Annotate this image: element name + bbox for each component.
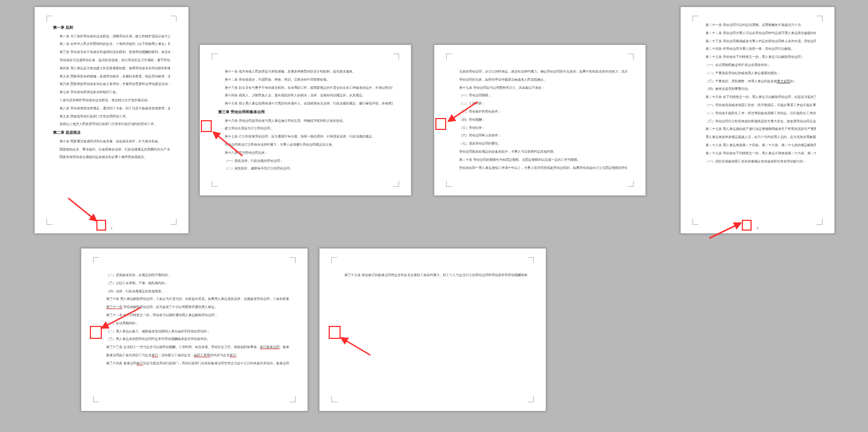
article-27: 第二十七条 用人单位濒临破产进行法定整顿期间或者生产经营状况发生严重困难，确需裁… <box>699 126 816 132</box>
article-26a: （一）劳动者患病或者非因工负伤，医疗期满后，不能从事原工作也不能从事由用人单位另… <box>699 102 816 108</box>
article-18c: 无效的劳动合同，从订立的时候起，就没有法律约束力。确认劳动合同部分无效的，如果不… <box>453 69 627 75</box>
article-6: 第六条 国家鼓励劳动者参加社会义务劳动，开展劳动竞赛和合理化建议活动，鼓励和保护… <box>53 81 170 87</box>
article-21: 第二十一条 劳动合同可以约定试用期。试用期最长不得超过六个月。 <box>699 22 816 28</box>
article-14: 第十四条 残疾人、少数民族人员、退出现役的军人的就业，法律、法规有特别规定的，从… <box>218 93 393 99</box>
page-2: 第十一条 地方各级人民政府应当采取措施，发展多种类型的职业介绍机构，提供就业服务… <box>199 44 412 196</box>
article-3: 第三条 劳动者享有平等就业和选择职业的权利、取得劳动报酬的权利、休息休假的权利、… <box>53 49 170 55</box>
article-35: 第三十五条 依法签订的集体合同对企业和企业全体职工具有约束力。职工个人与企业订立… <box>338 272 527 278</box>
article-5: 第五条 国家采取各种措施，促进劳动就业，发展职业教育，制定劳动标准，调节社会收入… <box>53 74 170 80</box>
article-9: 第九条 国务院劳动行政部门主管全国劳动工作。 <box>53 114 170 120</box>
article-30: 第三十条 用人单位解除劳动合同，工会认为不适当的，有权提出意见。如果用人单位违反… <box>100 296 289 302</box>
article-19c: （三）劳动保护和劳动条件； <box>453 109 627 115</box>
article-10: 第十条 国家通过促进经济和社会发展，创造就业条件，扩大就业机会。 <box>53 139 170 145</box>
article-25c: （三）严重失职，营私舞弊，对用人单位利益造成重大损害的； <box>699 78 816 84</box>
article-32: 第三十二条 有下列情形之一的，劳动者可以随时通知用人单位解除劳动合同： <box>100 312 289 318</box>
article-34: 第三十四条 集体合同签订后应当报送劳动行政部门；劳动行政部门自收到集体合同文本之… <box>100 361 289 366</box>
article-26c: （三）劳动合同订立时所依据的客观情况发生重大变化，致使原劳动合同无法履行，经当事… <box>699 119 816 125</box>
article-24: 第二十四条 经劳动合同当事人协商一致，劳动合同可以解除。 <box>699 46 816 52</box>
article-23: 第二十三条 劳动合同期满或者当事人约定的劳动合同终止条件出现，劳动合同即行终止。 <box>699 38 816 44</box>
page-number-1: 1 <box>110 226 113 230</box>
page-1: 第一章 总则 第一条 为了保护劳动者的合法权益，调整劳动关系，建立和维护适应社会… <box>34 6 189 234</box>
article-19b: （二）工作内容； <box>453 101 627 107</box>
article-25d: （四）被依法追究刑事责任的。 <box>699 86 816 92</box>
article-19g: （七）违反劳动合同的责任。 <box>453 141 627 147</box>
article-25b: （二）严重违反劳动纪律或者用人单位规章制度的； <box>699 70 816 76</box>
article-19h: 劳动合同除前款规定的必备条款外，当事人可以协商约定其他内容。 <box>453 149 627 155</box>
article-20: 第二十条 劳动合同的期限分为有固定期限、无固定期限和以完成一定的工作为期限。 <box>453 157 627 163</box>
article-29a: （一）患职业病或者因工负伤并被确认丧失或者部分丧失劳动能力的； <box>699 159 816 165</box>
article-9b: 县级以上地方人民政府劳动行政部门主管本行政区域内的劳动工作。 <box>53 121 170 127</box>
article-17: 第十七条 订立和变更劳动合同，应当遵循平等自愿、协商一致的原则，不得违反法律、行… <box>218 134 393 140</box>
article-18a: （一）违反法律、行政法规的劳动合同； <box>218 158 393 164</box>
article-29: 第二十九条 劳动者有下列情形之一的，用人单位不得依据第二十六条、第二十七条的规定… <box>699 150 816 156</box>
article-32b: （二）用人单位以暴力、威胁或者非法限制人身自由的手段强迫劳动的； <box>100 329 289 335</box>
page-number-4: 4 <box>756 226 759 230</box>
page-3: 无效的劳动合同，从订立的时候起，就没有法律约束力。确认劳动合同部分无效的，如果不… <box>434 44 646 196</box>
article-19a: （一）劳动合同期限； <box>453 93 627 99</box>
article-27b: 用人单位依据本条规定裁减人员，在六个月内录用人员的，应当优先录用被裁减的人员。 <box>699 134 816 140</box>
chapter-1-title: 第一章 总则 <box>53 24 170 31</box>
article-19: 第十九条 劳动合同应当以书面形式订立，并具备以下条款： <box>453 85 627 91</box>
article-18d: 劳动合同的无效，由劳动争议仲裁委员会或者人民法院确认。 <box>453 77 627 83</box>
article-12: 第十二条 劳动者就业，不因民族、种族、性别、宗教信仰不同而受歧视。 <box>218 77 393 83</box>
article-16b: 建立劳动关系应当订立劳动合同。 <box>218 126 393 132</box>
article-19f: （六）劳动合同终止的条件； <box>453 133 627 139</box>
page-4: 第二十一条 劳动合同可以约定试用期。试用期最长不得超过六个月。 第二十二条 劳动… <box>680 6 835 234</box>
article-28: 第二十八条 用人单位依据第二十四条、第二十六条、第二十七条的规定解除劳动合同的，… <box>699 142 816 148</box>
article-26: 第二十六条 有下列情形之一的，用人单位可以解除劳动合同，但是应当提前三十日以书面… <box>699 94 816 100</box>
article-19e: （五）劳动纪律； <box>453 125 627 131</box>
page-5: （二）患病或者负伤，在规定的医疗期内的； （三）女职工在孕期、产期、哺乳期内的；… <box>81 248 308 411</box>
article-15: 第十五条 禁止用人单位招用未满十六周岁的未成年人。必须依照有关法律、行政法规的规… <box>218 101 393 107</box>
article-18b: （二）采取欺诈、威胁等手段订立的劳动合同。 <box>218 166 393 172</box>
article-33b: 集体合同由工会代表职工与企业签订；没有建立工会的企业，由职工推举的代表与企业签订… <box>100 352 289 358</box>
article-25: 第二十五条 劳动者有下列情形之一的，用人单位可以解除劳动合同： <box>699 54 816 60</box>
article-29c: （三）女职工在孕期、产期、哺乳期内的； <box>100 280 289 286</box>
article-29b: （二）患病或者负伤，在规定的医疗期内的； <box>100 272 289 278</box>
article-8: 第八条 劳动者依照法律规定，通过职工大会、职工代表大会或者其他形式，参与民主管理… <box>53 106 170 112</box>
article-29d: （四）法律、行政法规规定的其他情形。 <box>100 289 289 294</box>
chapter-3-title: 第三章 劳动合同和集体合同 <box>218 109 393 116</box>
article-26b: （二）劳动者不能胜任工作，经过培训或者调整工作岗位，仍不能胜任工作的； <box>699 110 816 116</box>
article-7b: 工会代表和维护劳动者的合法权益，依法独立自主地开展活动。 <box>53 97 170 103</box>
article-32a: （一）在试用期内的； <box>100 320 289 326</box>
canvas: 第一章 总则 第一条 为了保护劳动者的合法权益，调整劳动关系，建立和维护适应社会… <box>0 0 868 432</box>
article-31: 第三十一条 劳动者解除劳动合同，应当提前三十日以书面形式通知用人单位。 <box>100 304 289 310</box>
chapter-2-title: 第二章 促进就业 <box>53 129 170 136</box>
article-33: 第三十三条 企业职工一方与企业可以就劳动报酬、工作时间、休息休假、劳动安全卫生、… <box>100 344 289 350</box>
article-7: 第七条 劳动者有权依法参加和组织工会。 <box>53 89 170 95</box>
article-18: 第十八条 下列劳动合同无效： <box>218 150 393 156</box>
article-17b: 劳动合同依法订立即具有法律约束力，当事人必须履行劳动合同规定的义务。 <box>218 142 393 148</box>
article-10b: 国家鼓励企业、事业组织、社会团体在法律、行政法规规定的范围内兴办产业或者拓展经营… <box>53 147 170 153</box>
article-32c: （三）用人单位未按照劳动合同约定支付劳动报酬或者提供劳动条件的。 <box>100 336 289 342</box>
article-1: 第一条 为了保护劳动者的合法权益，调整劳动关系，建立和维护适应社会主义市场经济的… <box>53 34 170 40</box>
article-25a: （一）在试用期间被证明不符合录用条件的； <box>699 62 816 68</box>
article-10c: 国家支持劳动者自愿组织起来就业和从事个体经营实现就业。 <box>53 154 170 160</box>
page-6: 第三十五条 依法签订的集体合同对企业和企业全体职工具有约束力。职工个人与企业订立… <box>319 248 546 411</box>
article-20b: 劳动者在同一用人单位连续工作满十年以上，当事人双方同意续延劳动合同的，如果劳动者… <box>453 165 627 171</box>
article-2: 第二条 在中华人民共和国境内的企业、个体经济组织（以下统称用人单位）和与之形成劳… <box>53 41 170 47</box>
article-22: 第二十二条 劳动合同当事人可以在劳动合同中约定保守用人单位商业秘密的有关事项。 <box>699 30 816 36</box>
article-4: 第四条 用人单位应当依法建立和完善规章制度，保障劳动者享有劳动权利和履行劳动义务… <box>53 66 170 71</box>
article-16: 第十六条 劳动合同是劳动者与用人单位确立劳动关系、明确双方权利和义务的协议。 <box>218 118 393 124</box>
article-11: 第十一条 地方各级人民政府应当采取措施，发展多种类型的职业介绍机构，提供就业服务… <box>218 69 393 75</box>
article-3b: 劳动者应当完成劳动任务，提高职业技能，执行劳动安全卫生规程，遵守劳动纪律和职业道… <box>53 57 170 63</box>
article-13: 第十三条 妇女享有与男子平等的就业权利。在录用职工时，除国家规定的不适合妇女的工… <box>218 85 393 91</box>
article-19d: （四）劳动报酬； <box>453 117 627 123</box>
